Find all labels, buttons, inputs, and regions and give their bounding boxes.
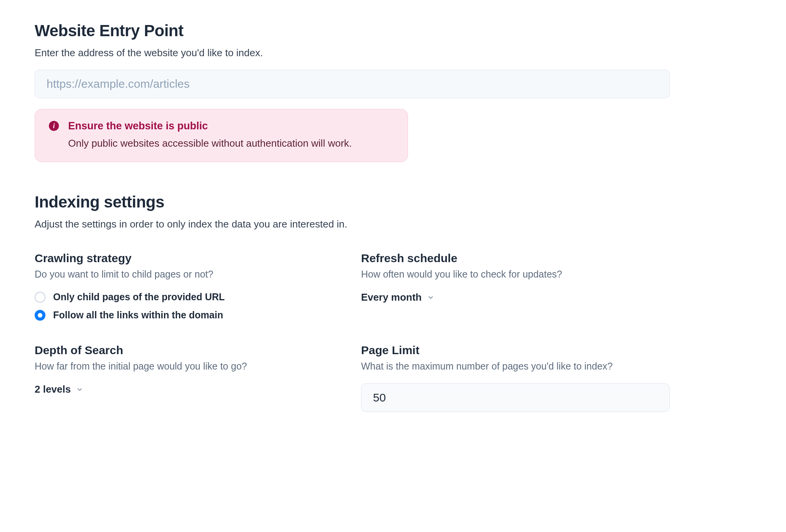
crawling-desc: Do you want to limit to child pages or n… [35,269,361,280]
entry-point-section: Website Entry Point Enter the address of… [35,22,751,162]
depth-dropdown[interactable]: 2 levels [35,383,83,395]
entry-point-desc: Enter the address of the website you'd l… [35,47,751,59]
refresh-schedule-field: Refresh schedule How often would you lik… [361,252,687,321]
page-limit-field: Page Limit What is the maximum number of… [361,344,687,412]
entry-point-title: Website Entry Point [35,22,751,40]
radio-child-pages[interactable]: Only child pages of the provided URL [35,291,361,303]
alert-body: Ensure the website is public Only public… [68,120,394,149]
indexing-settings-desc: Adjust the settings in order to only ind… [35,218,751,230]
chevron-down-icon [76,386,83,393]
public-website-alert: i Ensure the website is public Only publ… [35,109,408,162]
alert-icon-wrap: i [49,120,59,149]
radio-label: Only child pages of the provided URL [53,291,225,303]
radio-icon [35,292,45,303]
page-limit-input[interactable] [361,383,670,412]
radio-label: Follow all the links within the domain [53,309,223,321]
chevron-down-icon [427,294,434,301]
crawling-title: Crawling strategy [35,252,361,265]
depth-of-search-field: Depth of Search How far from the initial… [35,344,361,412]
depth-desc: How far from the initial page would you … [35,361,361,372]
refresh-title: Refresh schedule [361,252,687,265]
crawling-radio-group: Only child pages of the provided URL Fol… [35,291,361,321]
page-limit-title: Page Limit [361,344,687,357]
url-input[interactable] [35,70,670,98]
refresh-desc: How often would you like to check for up… [361,269,687,280]
settings-grid: Crawling strategy Do you want to limit t… [35,252,670,412]
indexing-settings-section: Indexing settings Adjust the settings in… [35,193,751,412]
refresh-dropdown-label: Every month [361,291,422,303]
page-limit-desc: What is the maximum number of pages you'… [361,361,687,372]
alert-title: Ensure the website is public [68,120,394,132]
alert-text: Only public websites accessible without … [68,137,394,149]
depth-title: Depth of Search [35,344,361,357]
crawling-strategy-field: Crawling strategy Do you want to limit t… [35,252,361,321]
radio-follow-links[interactable]: Follow all the links within the domain [35,309,361,321]
radio-icon [35,310,45,321]
refresh-dropdown[interactable]: Every month [361,291,434,303]
info-icon: i [49,121,59,131]
indexing-settings-title: Indexing settings [35,193,751,211]
depth-dropdown-label: 2 levels [35,383,71,395]
